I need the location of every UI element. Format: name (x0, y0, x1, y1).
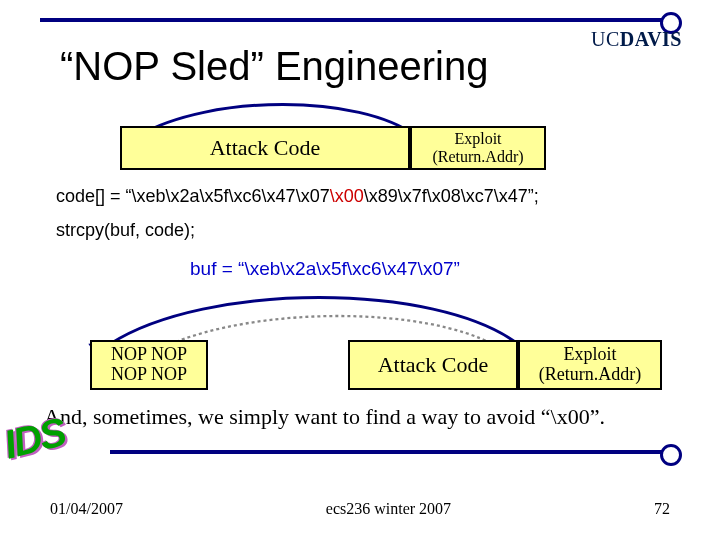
boxes-row-1: Attack Code Exploit (Return.Addr) (120, 126, 546, 170)
boxes-row-2: NOP NOP NOP NOP Attack Code Exploit (Ret… (90, 340, 662, 390)
code-assign-line: code[] = “\xeb\x2a\x5f\xc6\x47\x07\x00\x… (56, 186, 539, 207)
bottom-rule (110, 450, 680, 454)
exploit-box-2: Exploit (Return.Addr) (518, 340, 662, 390)
code-assign-red: \x00 (330, 186, 364, 206)
attack-code-label-1: Attack Code (210, 136, 321, 160)
ids-wordart: IDS (0, 409, 69, 467)
ucdavis-logo: UCDAVIS (591, 28, 682, 51)
gap (208, 340, 348, 390)
attack-code-label-2: Attack Code (378, 353, 489, 377)
logo-uc: UC (591, 28, 620, 50)
attack-code-box-1: Attack Code (120, 126, 410, 170)
code-assign-pre: code[] = “\xeb\x2a\x5f\xc6\x47\x07 (56, 186, 330, 206)
concluding-line: And, sometimes, we simply want to find a… (44, 404, 605, 430)
exploit-label-1a: Exploit (432, 130, 523, 148)
attack-code-box-2: Attack Code (348, 340, 518, 390)
footer-page: 72 (654, 500, 670, 518)
buf-line: buf = “\xeb\x2a\x5f\xc6\x47\x07” (190, 258, 460, 280)
code-assign-post: \x89\x7f\x08\xc7\x47”; (364, 186, 539, 206)
logo-davis: DAVIS (620, 28, 682, 50)
code-strcpy-line: strcpy(buf, code); (56, 220, 195, 241)
footer-date: 01/04/2007 (50, 500, 123, 518)
footer-course: ecs236 winter 2007 (326, 500, 451, 518)
nop-line-1: NOP NOP (111, 345, 187, 365)
top-rule (40, 18, 680, 22)
exploit-box-1: Exploit (Return.Addr) (410, 126, 546, 170)
exploit-label-2a: Exploit (539, 345, 641, 365)
nop-box: NOP NOP NOP NOP (90, 340, 208, 390)
slide-title: “NOP Sled” Engineering (60, 44, 488, 89)
exploit-label-1b: (Return.Addr) (432, 148, 523, 166)
nop-line-2: NOP NOP (111, 365, 187, 385)
slide-footer: 01/04/2007 ecs236 winter 2007 72 (0, 500, 720, 518)
exploit-label-2b: (Return.Addr) (539, 365, 641, 385)
